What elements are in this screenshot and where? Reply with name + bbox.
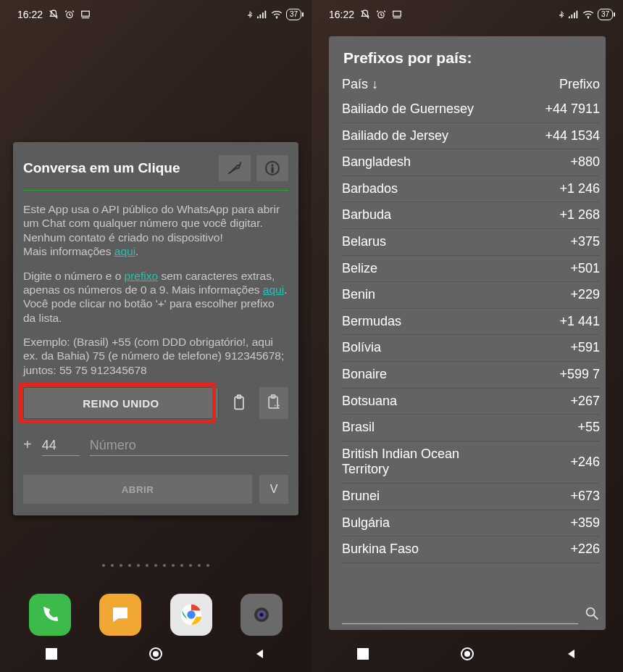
nav-recents[interactable] (357, 648, 369, 663)
country-name: Bangladesh (342, 154, 411, 170)
country-code: +501 (570, 261, 600, 277)
open-button[interactable]: ABRIR (23, 475, 252, 504)
bluetooth-icon (246, 9, 254, 20)
country-code: +1 441 (559, 314, 600, 330)
country-name: Benin (342, 287, 375, 303)
svg-rect-21 (46, 648, 57, 660)
prefix-row[interactable]: Bailiado de Jersey+44 1534 (342, 123, 600, 150)
info-button[interactable] (256, 155, 288, 181)
alarm-icon (376, 9, 386, 20)
number-input[interactable] (90, 436, 288, 456)
chrome-app-icon[interactable] (170, 594, 212, 636)
battery-icon: 37 (286, 9, 301, 20)
nav-home[interactable] (149, 647, 163, 664)
info-para-2: Digite o número e o prefixo sem caracter… (23, 269, 288, 325)
prefix-row[interactable]: Belarus+375 (342, 229, 600, 256)
dock (0, 594, 312, 636)
country-code: +375 (570, 234, 600, 250)
nav-recents[interactable] (46, 648, 57, 663)
settings-button[interactable] (219, 155, 251, 181)
country-select-button[interactable]: REINO UNIDO (23, 387, 219, 419)
open-row: ABRIR V (23, 475, 288, 504)
search-icon[interactable] (584, 605, 600, 624)
country-name: Bulgária (342, 515, 390, 531)
svg-rect-9 (272, 167, 273, 173)
right-screen: 16:22 37 Prefixos por país: País ↓ Prefi… (312, 0, 623, 672)
navbar (312, 639, 623, 672)
v-button[interactable]: V (259, 475, 288, 504)
country-name: Brunei (342, 489, 380, 505)
nav-back[interactable] (254, 648, 266, 663)
country-name: Bonaire (342, 367, 387, 383)
country-name: Barbados (342, 181, 398, 197)
country-name: Bolívia (342, 340, 381, 356)
country-code: +229 (570, 287, 600, 303)
clock: 16:22 (329, 9, 354, 20)
prefix-row[interactable]: Bangladesh+880 (342, 149, 600, 176)
info-icon (264, 159, 281, 177)
clipboard-icon (232, 394, 246, 412)
search-input[interactable] (342, 605, 578, 624)
clock: 16:22 (17, 9, 43, 20)
prefix-dialog: Prefixos por país: País ↓ Prefixo Bailia… (329, 36, 606, 630)
prefix-row[interactable]: Benin+229 (342, 282, 600, 309)
country-code: +1 268 (559, 207, 600, 223)
prefix-row[interactable]: Bolívia+591 (342, 335, 600, 362)
clipboard-list-icon (266, 394, 282, 412)
svg-rect-5 (264, 11, 266, 19)
svg-point-8 (272, 165, 273, 166)
phone-app-icon[interactable] (29, 594, 71, 636)
svg-point-20 (260, 613, 264, 617)
prefix-row[interactable]: Bailiado de Guernesey+44 7911 (342, 96, 600, 123)
link-aqui-1[interactable]: aqui (114, 245, 135, 257)
info-para-1: Este App usa o API público do WhatsApp p… (23, 202, 288, 259)
prefix-row[interactable]: Brunei+673 (342, 484, 600, 510)
screen-icon (80, 9, 91, 20)
info-para-3: Exemplo: (Brasil) +55 (com DDD obrigatór… (23, 335, 288, 377)
country-code: +599 7 (559, 367, 600, 383)
col-prefix[interactable]: Prefixo (559, 77, 600, 92)
col-country[interactable]: País ↓ (342, 77, 378, 92)
paste-list-button[interactable] (259, 387, 288, 419)
nav-home[interactable] (460, 647, 474, 664)
signal-icon (257, 10, 267, 19)
left-screen: 16:22 37 Conversa em um Clique Este App … (0, 0, 312, 672)
prefix-row[interactable]: British Indian Ocean Territory+246 (342, 441, 600, 484)
prefix-row[interactable]: Bermudas+1 441 (342, 309, 600, 336)
country-name: British Indian Ocean Territory (342, 447, 501, 478)
prefix-row[interactable]: Barbados+1 246 (342, 176, 600, 203)
country-code: +44 7911 (545, 101, 600, 117)
signal-icon (569, 10, 579, 19)
svg-point-23 (153, 651, 159, 657)
messages-app-icon[interactable] (99, 594, 141, 636)
bluetooth-icon (558, 9, 565, 20)
navbar (0, 639, 312, 672)
prefix-row[interactable]: Bonaire+599 7 (342, 362, 600, 389)
statusbar: 16:22 37 (0, 0, 312, 25)
dialog-title: Prefixos por país: (342, 49, 600, 67)
clipboard-button[interactable] (225, 387, 254, 419)
prefix-row[interactable]: Bulgária+359 (342, 510, 600, 537)
svg-rect-10 (235, 397, 243, 410)
nav-back[interactable] (566, 648, 577, 663)
country-code: +880 (570, 154, 600, 170)
search-row (342, 601, 600, 624)
country-code: +55 (577, 420, 600, 436)
prefix-row[interactable]: Botsuana+267 (342, 389, 600, 415)
prefix-row[interactable]: Belize+501 (342, 256, 600, 283)
svg-point-30 (588, 17, 589, 19)
prefix-input[interactable] (42, 436, 80, 456)
svg-point-17 (187, 610, 195, 618)
svg-rect-25 (393, 11, 401, 16)
svg-rect-3 (259, 14, 261, 18)
camera-app-icon[interactable] (241, 594, 283, 636)
link-prefixo[interactable]: prefixo (125, 270, 159, 282)
link-aqui-2[interactable]: aqui (263, 283, 284, 296)
prefix-row[interactable]: Barbuda+1 268 (342, 202, 600, 229)
mute-icon (360, 9, 370, 20)
prefix-row[interactable]: Brasil+55 (342, 415, 600, 441)
country-row: REINO UNIDO (23, 387, 288, 419)
svg-rect-4 (262, 12, 264, 18)
battery-icon: 37 (598, 9, 613, 20)
prefix-row[interactable]: Burkina Faso+226 (342, 536, 600, 563)
